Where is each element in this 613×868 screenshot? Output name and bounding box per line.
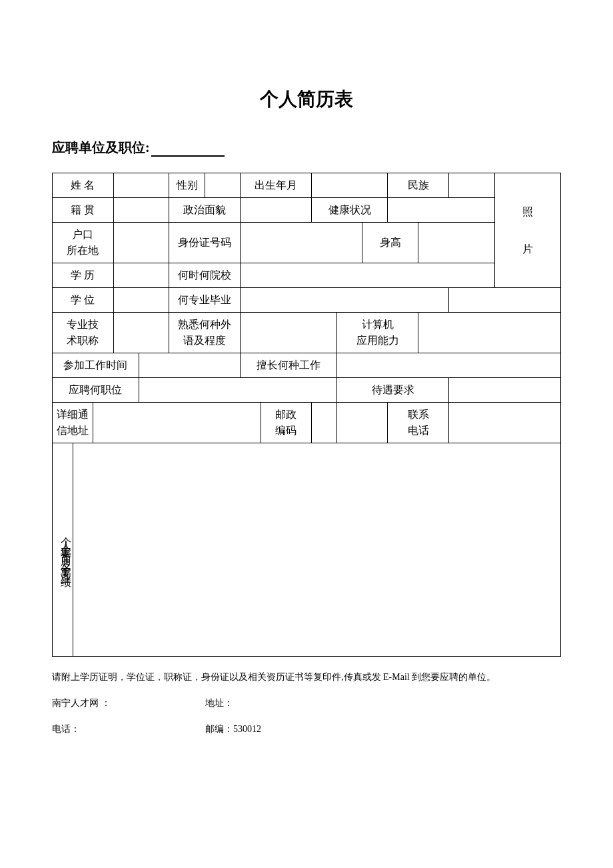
table-row: 专业技 术职称 熟悉何种外 语及程度 计算机 应用能力 bbox=[53, 313, 561, 353]
value-gender bbox=[205, 173, 240, 198]
label-salary: 待遇要求 bbox=[337, 378, 449, 403]
value-native bbox=[113, 198, 169, 223]
subtitle-underline bbox=[151, 155, 225, 157]
table-row: 籍 贯 政治面貌 健康状况 bbox=[53, 198, 561, 223]
label-health: 健康状况 bbox=[312, 198, 388, 223]
value-edu bbox=[113, 263, 169, 288]
photo-label-1: 照 bbox=[496, 193, 559, 231]
table-row: 参加工作时间 擅长何种工作 bbox=[53, 353, 561, 378]
label-computer: 计算机 应用能力 bbox=[337, 313, 418, 353]
value-lang bbox=[241, 313, 337, 353]
value-postcode-gap bbox=[312, 403, 337, 443]
value-degree bbox=[113, 288, 169, 313]
value-phone bbox=[449, 403, 561, 443]
table-row: 应聘何职位 待遇要求 bbox=[53, 378, 561, 403]
value-resume bbox=[73, 443, 560, 657]
value-idcard bbox=[241, 223, 362, 263]
table-row: 学 历 何时何院校 bbox=[53, 263, 561, 288]
footer-site: 南宁人才网 ： bbox=[52, 695, 205, 711]
value-workstart bbox=[139, 353, 241, 378]
label-goodat: 擅长何种工作 bbox=[241, 353, 337, 378]
value-politics bbox=[241, 198, 312, 223]
value-applypos bbox=[139, 378, 337, 403]
label-school: 何时何院校 bbox=[169, 263, 241, 288]
label-politics: 政治面貌 bbox=[169, 198, 241, 223]
label-proftitle: 专业技 术职称 bbox=[53, 313, 114, 353]
label-applypos: 应聘何职位 bbox=[53, 378, 139, 403]
page-title: 个人简历表 bbox=[52, 87, 561, 112]
value-major bbox=[241, 288, 449, 313]
label-resume-vertical: 个人主要简历及主要业绩 bbox=[53, 443, 73, 657]
table-row: 姓 名 性别 出生年月 民族 照 片 bbox=[53, 173, 561, 198]
value-goodat bbox=[337, 353, 561, 378]
value-school bbox=[241, 263, 494, 288]
value-proftitle bbox=[113, 313, 169, 353]
resume-vert-text: 个人主要简历及主要业绩 bbox=[55, 528, 77, 572]
table-row: 学 位 何专业毕业 bbox=[53, 288, 561, 313]
table-row: 个人主要简历及主要业绩 bbox=[53, 443, 561, 657]
value-salary bbox=[449, 378, 561, 403]
footer-addr: 地址： bbox=[205, 695, 233, 711]
footnote: 请附上学历证明，学位证，职称证，身份证以及相关资历证书等复印件,传真或发 E-M… bbox=[52, 669, 561, 685]
table-row: 详细通 信地址 邮政 编码 联系 电话 bbox=[53, 403, 561, 443]
label-edu: 学 历 bbox=[53, 263, 114, 288]
label-birth: 出生年月 bbox=[241, 173, 312, 198]
footer-row-2: 电话： 邮编：530012 bbox=[52, 721, 561, 737]
value-hukou bbox=[113, 223, 169, 263]
subtitle: 应聘单位及职位: bbox=[52, 139, 561, 157]
label-ethnic: 民族 bbox=[388, 173, 449, 198]
label-lang: 熟悉何种外 语及程度 bbox=[169, 313, 241, 353]
label-gender: 性别 bbox=[169, 173, 205, 198]
value-major-extra bbox=[449, 288, 561, 313]
label-native: 籍 贯 bbox=[53, 198, 114, 223]
footer-row-1: 南宁人才网 ： 地址： bbox=[52, 695, 561, 711]
resume-table: 姓 名 性别 出生年月 民族 照 片 籍 贯 政治面貌 健康状况 户口 所在地 … bbox=[52, 173, 561, 657]
value-computer bbox=[418, 313, 561, 353]
label-degree: 学 位 bbox=[53, 288, 114, 313]
label-workstart: 参加工作时间 bbox=[53, 353, 139, 378]
value-health bbox=[388, 198, 494, 223]
value-birth bbox=[312, 173, 388, 198]
label-height: 身高 bbox=[362, 223, 418, 263]
label-name: 姓 名 bbox=[53, 173, 114, 198]
value-height bbox=[418, 223, 494, 263]
footer-zip: 邮编：530012 bbox=[205, 721, 261, 737]
label-postcode: 邮政 编码 bbox=[261, 403, 311, 443]
label-idcard: 身份证号码 bbox=[169, 223, 241, 263]
value-postcode bbox=[337, 403, 388, 443]
value-ethnic bbox=[449, 173, 495, 198]
footer-tel: 电话： bbox=[52, 721, 205, 737]
table-row: 户口 所在地 身份证号码 身高 bbox=[53, 223, 561, 263]
value-name bbox=[113, 173, 169, 198]
label-address: 详细通 信地址 bbox=[53, 403, 93, 443]
label-phone: 联系 电话 bbox=[388, 403, 449, 443]
photo-cell: 照 片 bbox=[494, 173, 560, 288]
photo-label-2: 片 bbox=[496, 231, 559, 268]
subtitle-prefix: 应聘单位及职位: bbox=[52, 140, 150, 155]
label-major: 何专业毕业 bbox=[169, 288, 241, 313]
value-address bbox=[93, 403, 261, 443]
label-hukou: 户口 所在地 bbox=[53, 223, 114, 263]
